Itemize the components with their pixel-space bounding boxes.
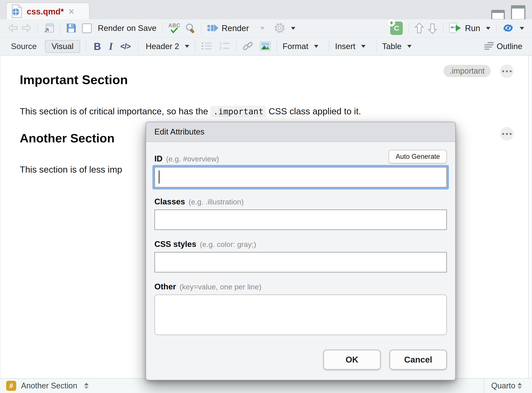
svg-text:1: 1 <box>220 41 222 46</box>
numbered-list-button[interactable]: 1 2 <box>217 40 232 53</box>
image-icon <box>260 41 271 51</box>
format-mode-label: Quarto <box>491 381 515 390</box>
maximize-pane-icon[interactable] <box>511 5 525 20</box>
css-styles-input[interactable] <box>154 252 447 273</box>
outline-toggle[interactable]: Outline <box>482 40 524 52</box>
table-menu-dropdown[interactable]: Table <box>381 40 413 52</box>
toolbar-separator <box>376 41 376 52</box>
id-label: ID <box>154 154 162 163</box>
render-options-dropdown[interactable] <box>259 26 266 31</box>
bulleted-list-icon <box>201 41 212 51</box>
toolbar-separator <box>195 41 195 52</box>
css-field-label-group: CSS styles(e.g. color: gray;) <box>154 240 447 249</box>
heading-hash-icon: # <box>6 381 16 391</box>
sort-arrows-icon <box>517 383 522 389</box>
chevron-down-icon <box>291 27 295 30</box>
section2-options-button[interactable] <box>500 127 514 141</box>
run-icon <box>449 23 462 34</box>
render-label: Render <box>221 24 249 33</box>
auto-generate-button[interactable]: Auto Generate <box>389 150 447 163</box>
toolbar-separator <box>443 23 443 34</box>
toolbar-separator <box>236 41 237 52</box>
paragraph-text: This section is of critical importance, … <box>20 106 211 116</box>
inline-code-important: .important <box>211 106 266 117</box>
source-mode-toggle[interactable]: Source <box>8 40 40 52</box>
inline-code-button[interactable]: </> <box>118 40 132 52</box>
forward-arrow-icon <box>21 24 32 33</box>
chevron-down-icon <box>520 27 524 30</box>
classes-hint: (e.g. .illustration) <box>189 198 244 206</box>
section1-options-button[interactable] <box>500 64 514 78</box>
numbered-list-icon: 1 2 <box>219 41 231 51</box>
go-to-previous-section-button[interactable] <box>413 21 426 36</box>
chevron-down-icon <box>407 45 412 48</box>
render-button[interactable]: Render <box>205 22 251 35</box>
ellipsis-icon <box>502 133 504 135</box>
arrow-up-icon <box>414 22 424 34</box>
tab-title: css.qmd* <box>27 7 64 16</box>
chevron-down-icon <box>486 27 490 30</box>
header-style-dropdown[interactable]: Header 2 <box>144 40 191 52</box>
toolbar-separator <box>496 23 497 34</box>
save-icon <box>66 23 76 34</box>
classes-label: Classes <box>154 197 185 206</box>
visual-mode-toggle[interactable]: Visual <box>45 40 80 53</box>
ok-button[interactable]: OK <box>323 350 381 370</box>
format-menu-dropdown[interactable]: Format <box>281 40 320 52</box>
insert-menu-dropdown[interactable]: Insert <box>333 40 367 52</box>
arrow-down-icon <box>428 22 437 34</box>
bold-button[interactable]: B <box>92 39 103 54</box>
css-styles-label: CSS styles <box>154 240 196 249</box>
other-hint: (key=value, one per line) <box>180 283 261 291</box>
go-to-next-section-button[interactable] <box>426 21 439 36</box>
tab-close-icon[interactable]: × <box>69 7 74 16</box>
toolbar-separator <box>201 23 201 34</box>
render-on-save-control[interactable]: Render on Save <box>80 22 158 34</box>
insert-chunk-icon: C + <box>390 22 403 35</box>
format-toolbar: Source Visual B I </> Header 2 1 2 <box>0 37 532 56</box>
id-field-label-group: ID(e.g. #overview) <box>154 154 219 163</box>
spellcheck-button[interactable]: ABC <box>166 22 183 34</box>
toolbar-separator <box>60 23 60 34</box>
bold-icon: B <box>94 40 101 52</box>
run-button[interactable]: Run <box>447 21 492 35</box>
run-label: Run <box>465 24 480 33</box>
gear-icon <box>274 22 285 34</box>
chevron-down-icon <box>314 45 318 48</box>
outline-location-selector[interactable]: # Another Section <box>0 381 89 391</box>
bulleted-list-button[interactable] <box>199 40 214 53</box>
render-on-save-checkbox[interactable] <box>82 24 92 33</box>
header-style-label: Header 2 <box>146 42 179 51</box>
classes-input[interactable] <box>154 209 447 230</box>
save-button[interactable] <box>65 22 78 35</box>
chevron-down-icon <box>185 45 189 48</box>
tab-css-qmd[interactable]: css.qmd* × <box>6 3 90 20</box>
rerun-button[interactable] <box>500 22 526 35</box>
forward-button[interactable] <box>20 22 33 34</box>
insert-chunk-button[interactable]: C + <box>389 20 404 36</box>
render-settings-button[interactable] <box>272 21 297 36</box>
code-icon: </> <box>120 42 130 51</box>
main-toolbar: Render on Save ABC Render <box>0 19 532 37</box>
cancel-button[interactable]: Cancel <box>389 350 447 370</box>
other-field-label-group: Other(key=value, one per line) <box>154 282 447 291</box>
other-textarea[interactable] <box>154 295 447 335</box>
status-bar: # Another Section Quarto <box>0 378 532 393</box>
toolbar-separator <box>408 23 409 34</box>
open-in-new-window-button[interactable] <box>42 22 56 35</box>
format-mode-selector[interactable]: Quarto <box>484 378 530 393</box>
italic-button[interactable]: I <box>107 39 115 54</box>
find-replace-button[interactable] <box>183 21 197 35</box>
insert-link-button[interactable] <box>241 39 255 54</box>
insert-image-button[interactable] <box>258 40 273 53</box>
scrollbar-track[interactable] <box>528 56 529 378</box>
minimize-pane-icon[interactable] <box>491 10 505 20</box>
back-arrow-icon <box>8 24 18 33</box>
italic-icon: I <box>109 40 113 52</box>
dialog-title-bar[interactable]: Edit Attributes <box>146 122 455 142</box>
dialog-title: Edit Attributes <box>154 127 204 137</box>
back-button[interactable] <box>6 22 20 34</box>
other-label: Other <box>154 282 176 291</box>
css-class-badge[interactable]: .important <box>443 65 491 77</box>
id-input[interactable] <box>154 167 447 187</box>
